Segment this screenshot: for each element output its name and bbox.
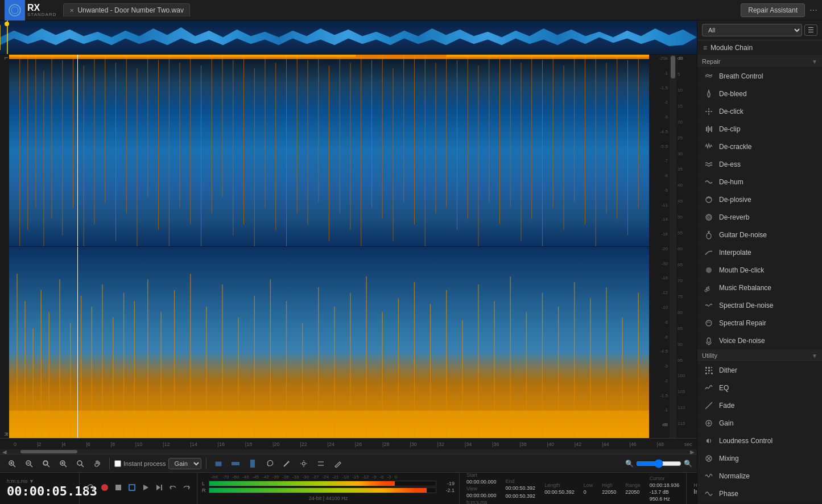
- menu-item-guitar-de-noise[interactable]: Guitar De-noise: [697, 226, 822, 244]
- menu-item-fade[interactable]: Fade: [697, 397, 822, 415]
- panel-filter-dropdown[interactable]: All: [702, 24, 802, 36]
- select-time-btn[interactable]: [245, 458, 260, 469]
- time-mark-6: |6: [86, 441, 90, 447]
- zoom-in-btn[interactable]: [5, 458, 19, 469]
- headphone-btn[interactable]: [84, 481, 97, 495]
- zoom-selection-btn[interactable]: [56, 458, 71, 469]
- db-row-dB: dB: [649, 422, 670, 437]
- zoom-minus-icon[interactable]: 🔍: [625, 460, 634, 468]
- magic-wand-btn[interactable]: [279, 458, 294, 469]
- menu-item-loudness-control[interactable]: Loudness Control: [697, 432, 822, 450]
- menu-item-de-bleed[interactable]: De-bleed: [697, 85, 822, 103]
- freq-row-35: 35: [676, 167, 697, 183]
- de-clip-label: De-clip: [719, 125, 740, 133]
- record-btn[interactable]: [99, 482, 110, 495]
- module-chain-icon: ≡: [703, 44, 707, 52]
- lasso-tool-btn[interactable]: [262, 458, 277, 469]
- menu-item-gain[interactable]: Gain: [697, 415, 822, 432]
- svg-rect-175: [708, 373, 709, 374]
- menu-item-breath-control[interactable]: Breath Control: [697, 68, 822, 85]
- menu-item-mouth-de-click[interactable]: Mouth De-click: [697, 262, 822, 279]
- menu-item-phase[interactable]: Phase: [697, 485, 822, 503]
- svg-point-0: [9, 5, 20, 16]
- tab-close-icon[interactable]: ✕: [69, 7, 74, 14]
- vertical-scrollbar-thumb[interactable]: [671, 56, 675, 79]
- spectrogram-container[interactable]: [9, 55, 649, 438]
- toolbar-sep-1: [109, 458, 110, 469]
- menu-item-de-crackle[interactable]: De-crackle: [697, 138, 822, 156]
- process-dropdown[interactable]: Gain: [168, 458, 201, 469]
- repair-assistant-button[interactable]: Repair Assistant: [741, 3, 805, 17]
- gain-icon: [703, 418, 714, 429]
- meter-scale-header: -Inf.-70-60-48-45-42-39-36-33-30-27-24-2…: [202, 474, 455, 480]
- loop-btn[interactable]: [126, 482, 138, 495]
- de-clip-icon: [703, 123, 714, 135]
- bit-rate-info: 24-bit | 44100 Hz: [202, 494, 455, 502]
- db-row-10: -9: [649, 188, 670, 203]
- menu-item-eq[interactable]: EQ: [697, 379, 822, 397]
- menu-item-interpolate[interactable]: Interpolate: [697, 244, 822, 262]
- time-mark-40: |40: [547, 441, 554, 447]
- menu-item-de-click[interactable]: De-click: [697, 103, 822, 121]
- panel-menu-button[interactable]: ☰: [804, 24, 817, 36]
- menu-item-dither[interactable]: Dither: [697, 362, 822, 379]
- menu-item-normalize[interactable]: Normalize: [697, 468, 822, 485]
- file-tab[interactable]: ✕ Unwanted - Door Number Two.wav: [63, 3, 190, 16]
- menu-item-spectral-de-noise[interactable]: Spectral De-noise: [697, 297, 822, 315]
- zoom-slider[interactable]: [636, 459, 681, 468]
- stop-btn[interactable]: [113, 482, 124, 495]
- svg-rect-138: [86, 488, 88, 490]
- zoom-out-btn[interactable]: [22, 458, 36, 469]
- menu-item-de-reverb[interactable]: De-reverb: [697, 209, 822, 226]
- horizontal-scrollbar[interactable]: ◀ ▶: [0, 449, 697, 454]
- menu-item-mixing[interactable]: Mixing: [697, 450, 822, 468]
- top-right-menu-icon[interactable]: ⋯: [809, 6, 817, 15]
- waveform-overview[interactable]: [0, 20, 697, 55]
- info-range-value: 22050: [625, 489, 641, 495]
- svg-rect-141: [115, 485, 121, 490]
- freq-row-115: 115: [676, 421, 697, 437]
- menu-item-de-clip[interactable]: De-clip: [697, 121, 822, 138]
- svg-rect-142: [129, 485, 135, 490]
- time-format-label[interactable]: h:m:s.ms ▼: [7, 478, 72, 484]
- db-row-23: -2: [649, 378, 670, 393]
- menu-item-de-plosive[interactable]: De-plosive: [697, 191, 822, 209]
- instant-process-checkbox[interactable]: [114, 460, 121, 467]
- pan-tool-btn[interactable]: [90, 458, 105, 469]
- menu-item-de-ess[interactable]: De-ess: [697, 156, 822, 173]
- svg-point-140: [101, 484, 108, 491]
- pencil-btn[interactable]: [331, 458, 345, 469]
- gain-label: Gain: [719, 419, 733, 427]
- menu-item-voice-de-noise[interactable]: Voice De-noise: [697, 332, 822, 350]
- vertical-scrollbar[interactable]: [670, 55, 676, 438]
- menu-item-de-hum[interactable]: De-hum: [697, 173, 822, 191]
- zoom-fit-btn[interactable]: [39, 458, 53, 469]
- channel-btn[interactable]: [313, 458, 328, 469]
- svg-rect-145: [161, 485, 162, 490]
- horizontal-scrollbar-thumb[interactable]: [20, 450, 77, 453]
- meter-r-value: -2.1: [439, 488, 455, 493]
- utility-section-header[interactable]: Utility ▼: [697, 350, 822, 362]
- zoom-out-h-btn[interactable]: [73, 458, 88, 469]
- svg-rect-139: [93, 488, 94, 490]
- utility-section-label: Utility: [702, 352, 812, 359]
- guitar-de-noise-icon: [703, 229, 714, 241]
- menu-item-music-rebalance[interactable]: Music Rebalance: [697, 279, 822, 297]
- time-mark-28: |28: [382, 441, 389, 447]
- svg-marker-143: [143, 485, 148, 490]
- db-row-14: -20: [649, 246, 670, 261]
- info-start-col: Start 00:00:00.000 View 00:00:00.000 h:m…: [466, 472, 497, 505]
- select-freq-btn[interactable]: [228, 458, 243, 469]
- play-btn[interactable]: [140, 482, 151, 495]
- select-rect-btn[interactable]: [211, 458, 226, 469]
- skip-forward-btn[interactable]: [154, 482, 165, 495]
- repair-section-header[interactable]: Repair ▼: [697, 56, 822, 68]
- undo-btn[interactable]: [167, 482, 179, 495]
- zoom-plus-icon[interactable]: 🔍: [684, 460, 692, 468]
- settings-btn[interactable]: [296, 458, 311, 469]
- de-bleed-icon: [703, 88, 714, 100]
- menu-item-spectral-repair[interactable]: Spectral Repair: [697, 315, 822, 332]
- module-chain-row[interactable]: ≡ Module Chain: [697, 40, 822, 56]
- redo-btn[interactable]: [181, 482, 192, 495]
- top-bar: RX STANDARD ✕ Unwanted - Door Number Two…: [0, 0, 822, 20]
